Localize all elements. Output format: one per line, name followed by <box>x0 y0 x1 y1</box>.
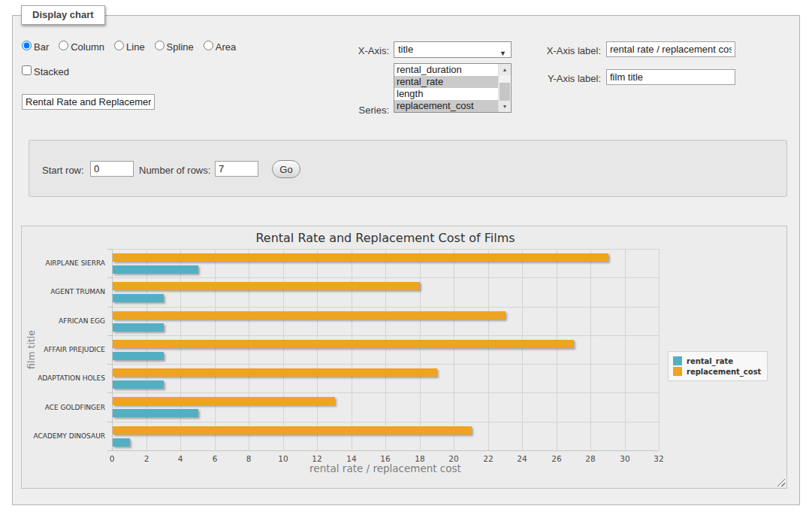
x-tick-label: 8 <box>237 454 260 463</box>
x-axis-line <box>112 450 659 451</box>
gridline <box>659 249 660 450</box>
x-tick-label: 6 <box>204 454 226 463</box>
bar-replacement_cost[interactable] <box>113 368 437 377</box>
category-label: ACE GOLDFINGER <box>22 403 105 412</box>
x-tick-label: 28 <box>579 454 602 463</box>
radio-column-input[interactable] <box>59 41 68 50</box>
bar-replacement_cost[interactable] <box>113 253 608 262</box>
legend-label: rental_rate <box>687 357 733 365</box>
radio-spline[interactable]: Spline <box>155 41 194 53</box>
start-row-label: Start row: <box>42 165 84 176</box>
gridline <box>112 249 659 250</box>
category-label: AFFAIR PREJUDICE <box>22 345 105 354</box>
radio-area-input[interactable] <box>204 41 213 50</box>
gridline <box>249 249 249 450</box>
gridline <box>557 249 557 450</box>
page: { "panel": { "legend": "Display chart" }… <box>0 0 812 512</box>
legend-label: replacement_cost <box>687 368 761 376</box>
series-option-length[interactable]: length <box>394 88 498 100</box>
legend-swatch-icon <box>673 356 682 365</box>
x-tick-label: 30 <box>614 454 636 463</box>
radio-area[interactable]: Area <box>204 41 236 53</box>
scroll-up-icon[interactable]: ▲ <box>499 64 511 75</box>
bar-replacement_cost[interactable] <box>113 397 335 405</box>
radio-line-input[interactable] <box>114 41 124 50</box>
gridline <box>146 249 147 450</box>
scrollbar-thumb[interactable] <box>500 83 510 101</box>
radio-spline-input[interactable] <box>155 41 165 50</box>
category-label: AIRPLANE SIERRA <box>22 259 105 268</box>
x-tick-label: 20 <box>442 454 465 463</box>
legend-item-rental_rate[interactable]: rental_rate <box>673 356 761 365</box>
x-axis-label-input[interactable] <box>606 41 735 57</box>
start-row-input[interactable] <box>90 161 134 177</box>
gridline <box>488 249 489 450</box>
bar-rental_rate[interactable] <box>113 294 164 302</box>
radio-line[interactable]: Line <box>114 41 145 53</box>
chart-legend: rental_ratereplacement_cost <box>668 351 768 381</box>
bar-replacement_cost[interactable] <box>113 340 574 348</box>
stacked-checkbox-label[interactable]: Stacked <box>22 65 69 77</box>
category-label: ACADEMY DINOSAUR <box>22 432 105 441</box>
bar-rental_rate[interactable] <box>113 352 164 360</box>
gridline <box>420 249 421 450</box>
radio-bar-input[interactable] <box>22 41 32 50</box>
series-scrollbar[interactable]: ▲ ▼ <box>498 64 511 112</box>
go-button[interactable]: Go <box>272 160 300 178</box>
series-listbox[interactable]: rental_durationrental_ratelengthreplacem… <box>394 63 512 113</box>
bar-rental_rate[interactable] <box>113 409 198 417</box>
chart: Rental Rate and Replacement Cost of Film… <box>21 226 787 489</box>
resize-handle-icon[interactable] <box>777 478 785 486</box>
gridline <box>112 307 659 308</box>
series-option-rental_rate[interactable]: rental_rate <box>394 76 498 88</box>
x-axis-select[interactable]: title ▼ <box>394 41 512 58</box>
bar-replacement_cost[interactable] <box>113 426 472 435</box>
stacked-checkbox-row: Stacked <box>22 65 69 77</box>
panel-title: Display chart <box>21 5 105 25</box>
gridline <box>215 249 216 450</box>
bar-rental_rate[interactable] <box>113 265 198 274</box>
gridline <box>317 249 318 450</box>
paging-panel: Start row: Number of rows: Go <box>29 140 787 197</box>
stacked-checkbox[interactable] <box>22 65 32 75</box>
bar-replacement_cost[interactable] <box>113 311 506 320</box>
gridline <box>112 364 659 365</box>
x-tick-label: 14 <box>340 454 363 463</box>
num-rows-label: Number of rows: <box>139 165 210 176</box>
y-axis-line <box>112 249 113 451</box>
y-axis-label-input[interactable] <box>606 69 735 85</box>
num-rows-input[interactable] <box>215 161 258 177</box>
bar-rental_rate[interactable] <box>113 323 164 332</box>
x-axis-select-label: X-Axis: <box>323 45 389 56</box>
x-tick-label: 16 <box>374 454 397 463</box>
radio-column[interactable]: Column <box>59 41 104 53</box>
gridline <box>522 249 523 450</box>
gridline <box>625 249 626 450</box>
series-options: rental_durationrental_ratelengthreplacem… <box>394 64 498 112</box>
x-tick-label: 24 <box>511 454 533 463</box>
bar-rental_rate[interactable] <box>113 438 130 447</box>
x-tick-label: 18 <box>409 454 431 463</box>
category-label: ADAPTATION HOLES <box>22 374 105 383</box>
category-label: AFRICAN EGG <box>22 317 105 326</box>
gridline <box>590 249 591 450</box>
chart-title-input[interactable] <box>22 94 155 110</box>
gridline <box>454 249 454 450</box>
x-tick-label: 4 <box>169 454 192 463</box>
series-option-replacement_cost[interactable]: replacement_cost <box>394 100 498 112</box>
gridline <box>283 249 284 450</box>
x-axis-title: rental rate / replacement cost <box>112 462 659 474</box>
y-axis-label-field-label: Y-Axis label: <box>518 73 601 84</box>
series-option-rental_duration[interactable]: rental_duration <box>394 64 498 76</box>
radio-bar[interactable]: Bar <box>22 41 49 53</box>
category-label: AGENT TRUMAN <box>22 287 105 296</box>
x-tick-label: 2 <box>135 454 158 463</box>
gridline <box>112 277 659 278</box>
bar-replacement_cost[interactable] <box>113 282 420 290</box>
gridline <box>352 249 352 450</box>
x-tick-label: 10 <box>272 454 294 463</box>
legend-item-replacement_cost[interactable]: replacement_cost <box>673 367 761 376</box>
x-tick-label: 32 <box>647 454 670 463</box>
scroll-down-icon[interactable]: ▼ <box>499 101 511 112</box>
bar-rental_rate[interactable] <box>113 380 164 389</box>
